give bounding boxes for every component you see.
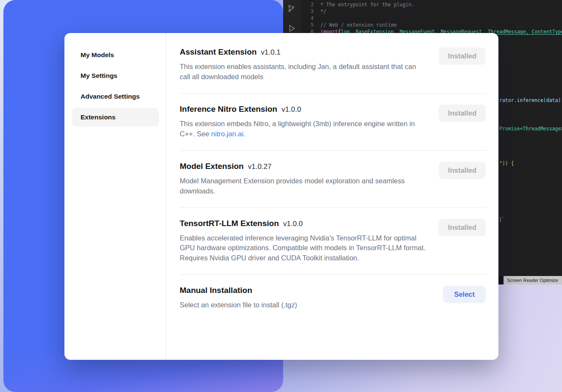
extension-title: Assistant Extension: [180, 47, 257, 57]
code-fragment: ")) {: [499, 160, 514, 167]
settings-sidebar: My Models My Settings Advanced Settings …: [64, 33, 166, 360]
extension-version: v1.0.0: [281, 105, 301, 114]
sidebar-item-extensions[interactable]: Extensions: [72, 108, 159, 127]
code-line: 5 // Web / extension runtime: [301, 22, 562, 28]
extension-description: Model Management Extension provides mode…: [180, 176, 428, 196]
extension-version: v1.0.27: [248, 163, 272, 171]
extension-row-assistant: Assistant Extension v1.0.1 This extensio…: [180, 47, 486, 93]
manual-installation-row: Manual Installation Select an extension …: [180, 275, 486, 310]
code-fragment: rator.inference(data));: [499, 97, 562, 104]
code-line: 3 */: [301, 8, 562, 15]
installed-button[interactable]: Installed: [439, 162, 486, 179]
line-number: 5: [301, 22, 314, 28]
line-number: 3: [301, 8, 314, 15]
extensions-panel: Assistant Extension v1.0.1 This extensio…: [166, 33, 498, 360]
screen-reader-badge[interactable]: Screen Reader Optimize: [504, 276, 562, 285]
git-branch-icon[interactable]: [287, 4, 295, 14]
manual-installation-title: Manual Installation: [180, 286, 252, 295]
code-area: 2 * The entrypoint for the plugin. 3 */ …: [301, 1, 562, 35]
installed-button[interactable]: Installed: [439, 47, 486, 65]
installed-button[interactable]: Installed: [439, 105, 486, 122]
settings-modal: My Models My Settings Advanced Settings …: [64, 33, 498, 360]
extension-version: v1.0.0: [283, 220, 303, 228]
manual-installation-description: Select an extension file to install (.tg…: [180, 300, 297, 310]
extension-description: Enables accelerated inference leveraging…: [180, 233, 428, 264]
code-fragment: Promise<ThreadMessage>: [499, 125, 562, 132]
select-file-button[interactable]: Select: [443, 286, 486, 303]
extension-row-inference-nitro: Inference Nitro Extension v1.0.0 This ex…: [180, 94, 486, 150]
installed-button[interactable]: Installed: [439, 219, 486, 236]
code-line: 4: [301, 15, 562, 22]
code-line: 2 * The entrypoint for the plugin.: [301, 1, 562, 8]
extension-row-tensorrt-llm: TensortRT-LLM Extension v1.0.0 Enables a…: [180, 208, 486, 275]
extension-title: Model Extension: [180, 162, 244, 171]
line-number: 4: [301, 15, 314, 22]
line-number: 2: [301, 1, 314, 8]
extension-description: This extension embeds Nitro, a lightweig…: [180, 119, 428, 139]
nitro-jan-ai-link[interactable]: nitro.jan.ai.: [211, 130, 245, 138]
extension-title: Inference Nitro Extension: [180, 105, 277, 114]
sidebar-item-my-settings[interactable]: My Settings: [72, 66, 159, 85]
sidebar-item-advanced-settings[interactable]: Advanced Settings: [72, 87, 159, 106]
extension-description: This extension enables assistants, inclu…: [180, 62, 428, 82]
extension-title: TensortRT-LLM Extension: [180, 219, 279, 228]
extension-row-model: Model Extension v1.0.27 Model Management…: [180, 151, 486, 207]
extension-version: v1.0.1: [261, 48, 281, 57]
sidebar-item-my-models[interactable]: My Models: [72, 46, 159, 64]
